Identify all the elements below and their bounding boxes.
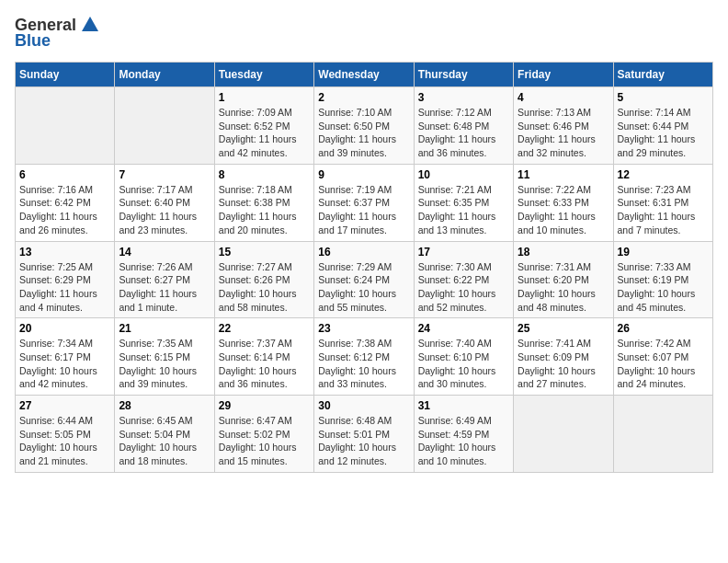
calendar-cell: 31Sunrise: 6:49 AM Sunset: 4:59 PM Dayli…: [414, 396, 513, 473]
calendar-cell: 7Sunrise: 7:17 AM Sunset: 6:40 PM Daylig…: [115, 164, 214, 241]
calendar-table: SundayMondayTuesdayWednesdayThursdayFrid…: [15, 62, 713, 473]
weekday-header-sunday: Sunday: [16, 63, 115, 87]
day-info: Sunrise: 7:38 AM Sunset: 6:12 PM Dayligh…: [318, 337, 409, 391]
day-info: Sunrise: 7:10 AM Sunset: 6:50 PM Dayligh…: [318, 106, 409, 160]
calendar-cell: 28Sunrise: 6:45 AM Sunset: 5:04 PM Dayli…: [115, 396, 214, 473]
day-info: Sunrise: 6:48 AM Sunset: 5:01 PM Dayligh…: [318, 414, 409, 468]
day-number: 24: [418, 322, 509, 335]
calendar-cell: 23Sunrise: 7:38 AM Sunset: 6:12 PM Dayli…: [314, 318, 414, 396]
calendar-cell: 5Sunrise: 7:14 AM Sunset: 6:44 PM Daylig…: [613, 87, 712, 165]
day-number: 25: [518, 322, 609, 335]
day-number: 19: [618, 246, 709, 259]
day-number: 4: [518, 91, 609, 104]
day-number: 30: [318, 399, 409, 412]
day-info: Sunrise: 7:31 AM Sunset: 6:20 PM Dayligh…: [518, 260, 609, 315]
weekday-header-thursday: Thursday: [414, 63, 513, 87]
day-number: 14: [119, 246, 210, 259]
calendar-cell: [613, 396, 712, 473]
day-info: Sunrise: 7:30 AM Sunset: 6:22 PM Dayligh…: [418, 260, 509, 315]
day-number: 27: [19, 399, 110, 412]
calendar-cell: 13Sunrise: 7:25 AM Sunset: 6:29 PM Dayli…: [16, 241, 115, 318]
day-info: Sunrise: 7:42 AM Sunset: 6:07 PM Dayligh…: [618, 337, 709, 391]
day-number: 15: [219, 246, 310, 259]
calendar-cell: 22Sunrise: 7:37 AM Sunset: 6:14 PM Dayli…: [214, 318, 313, 396]
day-info: Sunrise: 7:16 AM Sunset: 6:42 PM Dayligh…: [19, 183, 110, 237]
day-number: 8: [219, 168, 310, 181]
day-info: Sunrise: 7:18 AM Sunset: 6:38 PM Dayligh…: [219, 183, 310, 237]
day-info: Sunrise: 6:45 AM Sunset: 5:04 PM Dayligh…: [119, 414, 210, 468]
logo-icon: [80, 15, 100, 35]
calendar-cell: [16, 87, 115, 165]
calendar-cell: 24Sunrise: 7:40 AM Sunset: 6:10 PM Dayli…: [414, 318, 513, 396]
calendar-cell: [115, 87, 214, 165]
calendar-cell: 20Sunrise: 7:34 AM Sunset: 6:17 PM Dayli…: [16, 318, 115, 396]
calendar-cell: 15Sunrise: 7:27 AM Sunset: 6:26 PM Dayli…: [214, 241, 313, 318]
day-info: Sunrise: 6:44 AM Sunset: 5:05 PM Dayligh…: [19, 414, 110, 468]
day-number: 17: [418, 246, 509, 259]
day-info: Sunrise: 7:14 AM Sunset: 6:44 PM Dayligh…: [618, 106, 709, 160]
day-number: 10: [418, 168, 509, 181]
calendar-cell: [514, 396, 613, 473]
calendar-cell: 17Sunrise: 7:30 AM Sunset: 6:22 PM Dayli…: [414, 241, 513, 318]
svg-marker-0: [82, 17, 98, 31]
weekday-header-friday: Friday: [514, 63, 613, 87]
day-info: Sunrise: 7:34 AM Sunset: 6:17 PM Dayligh…: [19, 337, 110, 391]
calendar-cell: 11Sunrise: 7:22 AM Sunset: 6:33 PM Dayli…: [514, 164, 613, 241]
day-number: 12: [618, 168, 709, 181]
day-number: 31: [418, 399, 509, 412]
day-number: 29: [219, 399, 310, 412]
day-number: 18: [518, 246, 609, 259]
weekday-header-tuesday: Tuesday: [214, 63, 313, 87]
calendar-cell: 30Sunrise: 6:48 AM Sunset: 5:01 PM Dayli…: [314, 396, 414, 473]
day-number: 2: [318, 91, 409, 104]
day-info: Sunrise: 7:23 AM Sunset: 6:31 PM Dayligh…: [618, 183, 709, 237]
calendar-cell: 10Sunrise: 7:21 AM Sunset: 6:35 PM Dayli…: [414, 164, 513, 241]
day-info: Sunrise: 7:21 AM Sunset: 6:35 PM Dayligh…: [418, 183, 509, 237]
day-info: Sunrise: 7:26 AM Sunset: 6:27 PM Dayligh…: [119, 260, 210, 315]
day-number: 3: [418, 91, 509, 104]
calendar-cell: 2Sunrise: 7:10 AM Sunset: 6:50 PM Daylig…: [314, 87, 414, 165]
calendar-cell: 3Sunrise: 7:12 AM Sunset: 6:48 PM Daylig…: [414, 87, 513, 165]
calendar-cell: 27Sunrise: 6:44 AM Sunset: 5:05 PM Dayli…: [16, 396, 115, 473]
calendar-cell: 26Sunrise: 7:42 AM Sunset: 6:07 PM Dayli…: [613, 318, 712, 396]
day-number: 7: [119, 168, 210, 181]
day-info: Sunrise: 7:33 AM Sunset: 6:19 PM Dayligh…: [618, 260, 709, 315]
calendar-cell: 8Sunrise: 7:18 AM Sunset: 6:38 PM Daylig…: [214, 164, 313, 241]
logo: General Blue: [15, 15, 100, 51]
day-number: 1: [219, 91, 310, 104]
day-info: Sunrise: 7:17 AM Sunset: 6:40 PM Dayligh…: [119, 183, 210, 237]
calendar-cell: 29Sunrise: 6:47 AM Sunset: 5:02 PM Dayli…: [214, 396, 313, 473]
day-number: 9: [318, 168, 409, 181]
weekday-header-saturday: Saturday: [613, 63, 712, 87]
calendar-cell: 4Sunrise: 7:13 AM Sunset: 6:46 PM Daylig…: [514, 87, 613, 165]
day-number: 20: [19, 322, 110, 335]
day-info: Sunrise: 7:22 AM Sunset: 6:33 PM Dayligh…: [518, 183, 609, 237]
day-info: Sunrise: 7:35 AM Sunset: 6:15 PM Dayligh…: [119, 337, 210, 391]
day-info: Sunrise: 7:19 AM Sunset: 6:37 PM Dayligh…: [318, 183, 409, 237]
day-number: 28: [119, 399, 210, 412]
calendar-cell: 25Sunrise: 7:41 AM Sunset: 6:09 PM Dayli…: [514, 318, 613, 396]
day-info: Sunrise: 6:47 AM Sunset: 5:02 PM Dayligh…: [219, 414, 310, 468]
logo-blue-text: Blue: [15, 31, 51, 51]
day-info: Sunrise: 7:27 AM Sunset: 6:26 PM Dayligh…: [219, 260, 310, 315]
day-info: Sunrise: 7:25 AM Sunset: 6:29 PM Dayligh…: [19, 260, 110, 315]
weekday-header-monday: Monday: [115, 63, 214, 87]
page-header: General Blue: [15, 15, 713, 51]
calendar-cell: 6Sunrise: 7:16 AM Sunset: 6:42 PM Daylig…: [16, 164, 115, 241]
weekday-header-wednesday: Wednesday: [314, 63, 414, 87]
day-number: 5: [618, 91, 709, 104]
day-number: 21: [119, 322, 210, 335]
calendar-cell: 16Sunrise: 7:29 AM Sunset: 6:24 PM Dayli…: [314, 241, 414, 318]
calendar-cell: 14Sunrise: 7:26 AM Sunset: 6:27 PM Dayli…: [115, 241, 214, 318]
calendar-cell: 12Sunrise: 7:23 AM Sunset: 6:31 PM Dayli…: [613, 164, 712, 241]
day-info: Sunrise: 7:37 AM Sunset: 6:14 PM Dayligh…: [219, 337, 310, 391]
day-number: 23: [318, 322, 409, 335]
day-number: 22: [219, 322, 310, 335]
day-info: Sunrise: 7:12 AM Sunset: 6:48 PM Dayligh…: [418, 106, 509, 160]
calendar-cell: 19Sunrise: 7:33 AM Sunset: 6:19 PM Dayli…: [613, 241, 712, 318]
day-info: Sunrise: 7:29 AM Sunset: 6:24 PM Dayligh…: [318, 260, 409, 315]
day-info: Sunrise: 7:41 AM Sunset: 6:09 PM Dayligh…: [518, 337, 609, 391]
day-info: Sunrise: 7:09 AM Sunset: 6:52 PM Dayligh…: [219, 106, 310, 160]
day-number: 16: [318, 246, 409, 259]
calendar-cell: 18Sunrise: 7:31 AM Sunset: 6:20 PM Dayli…: [514, 241, 613, 318]
